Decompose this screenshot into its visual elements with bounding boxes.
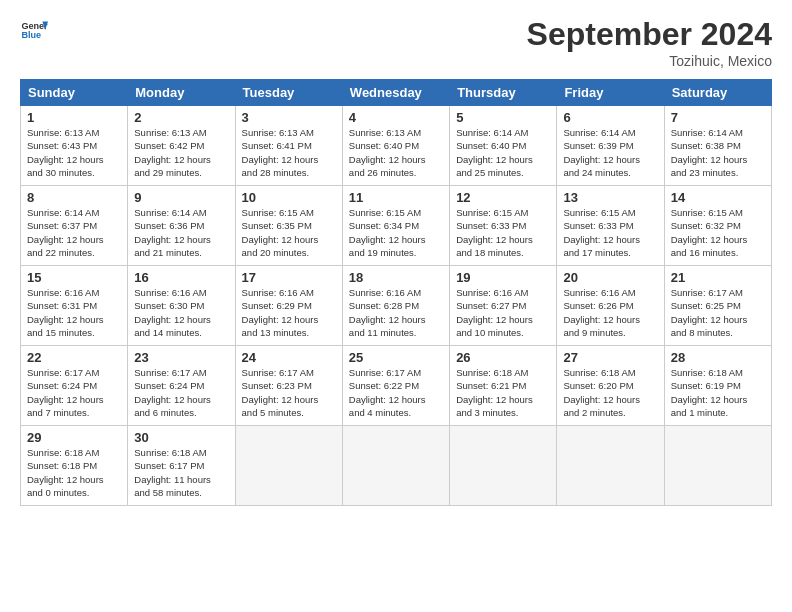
calendar-cell: 6Sunrise: 6:14 AM Sunset: 6:39 PM Daylig… xyxy=(557,106,664,186)
day-number: 2 xyxy=(134,110,228,125)
day-info: Sunrise: 6:14 AM Sunset: 6:37 PM Dayligh… xyxy=(27,206,121,259)
calendar-cell: 25Sunrise: 6:17 AM Sunset: 6:22 PM Dayli… xyxy=(342,346,449,426)
calendar-cell: 20Sunrise: 6:16 AM Sunset: 6:26 PM Dayli… xyxy=(557,266,664,346)
calendar-header: SundayMondayTuesdayWednesdayThursdayFrid… xyxy=(21,80,772,106)
day-info: Sunrise: 6:15 AM Sunset: 6:33 PM Dayligh… xyxy=(456,206,550,259)
column-header-tuesday: Tuesday xyxy=(235,80,342,106)
column-header-thursday: Thursday xyxy=(450,80,557,106)
calendar-cell: 8Sunrise: 6:14 AM Sunset: 6:37 PM Daylig… xyxy=(21,186,128,266)
calendar-cell xyxy=(557,426,664,506)
header-row: General Blue September 2024 Tozihuic, Me… xyxy=(20,16,772,69)
calendar-cell: 13Sunrise: 6:15 AM Sunset: 6:33 PM Dayli… xyxy=(557,186,664,266)
day-number: 23 xyxy=(134,350,228,365)
calendar-row-1: 8Sunrise: 6:14 AM Sunset: 6:37 PM Daylig… xyxy=(21,186,772,266)
day-number: 3 xyxy=(242,110,336,125)
day-info: Sunrise: 6:17 AM Sunset: 6:24 PM Dayligh… xyxy=(27,366,121,419)
calendar-cell: 17Sunrise: 6:16 AM Sunset: 6:29 PM Dayli… xyxy=(235,266,342,346)
day-number: 17 xyxy=(242,270,336,285)
calendar-table: SundayMondayTuesdayWednesdayThursdayFrid… xyxy=(20,79,772,506)
calendar-row-2: 15Sunrise: 6:16 AM Sunset: 6:31 PM Dayli… xyxy=(21,266,772,346)
calendar-cell: 2Sunrise: 6:13 AM Sunset: 6:42 PM Daylig… xyxy=(128,106,235,186)
month-title: September 2024 xyxy=(527,16,772,53)
calendar-cell: 1Sunrise: 6:13 AM Sunset: 6:43 PM Daylig… xyxy=(21,106,128,186)
day-info: Sunrise: 6:13 AM Sunset: 6:43 PM Dayligh… xyxy=(27,126,121,179)
column-header-friday: Friday xyxy=(557,80,664,106)
calendar-cell: 22Sunrise: 6:17 AM Sunset: 6:24 PM Dayli… xyxy=(21,346,128,426)
column-header-monday: Monday xyxy=(128,80,235,106)
day-info: Sunrise: 6:17 AM Sunset: 6:22 PM Dayligh… xyxy=(349,366,443,419)
day-info: Sunrise: 6:15 AM Sunset: 6:35 PM Dayligh… xyxy=(242,206,336,259)
day-number: 5 xyxy=(456,110,550,125)
day-number: 11 xyxy=(349,190,443,205)
calendar-row-4: 29Sunrise: 6:18 AM Sunset: 6:18 PM Dayli… xyxy=(21,426,772,506)
day-info: Sunrise: 6:17 AM Sunset: 6:25 PM Dayligh… xyxy=(671,286,765,339)
calendar-cell: 9Sunrise: 6:14 AM Sunset: 6:36 PM Daylig… xyxy=(128,186,235,266)
day-number: 24 xyxy=(242,350,336,365)
column-header-wednesday: Wednesday xyxy=(342,80,449,106)
day-number: 25 xyxy=(349,350,443,365)
calendar-cell: 21Sunrise: 6:17 AM Sunset: 6:25 PM Dayli… xyxy=(664,266,771,346)
calendar-cell xyxy=(664,426,771,506)
day-info: Sunrise: 6:16 AM Sunset: 6:30 PM Dayligh… xyxy=(134,286,228,339)
day-number: 28 xyxy=(671,350,765,365)
day-info: Sunrise: 6:16 AM Sunset: 6:31 PM Dayligh… xyxy=(27,286,121,339)
calendar-cell: 19Sunrise: 6:16 AM Sunset: 6:27 PM Dayli… xyxy=(450,266,557,346)
calendar-cell: 26Sunrise: 6:18 AM Sunset: 6:21 PM Dayli… xyxy=(450,346,557,426)
column-header-sunday: Sunday xyxy=(21,80,128,106)
day-info: Sunrise: 6:18 AM Sunset: 6:18 PM Dayligh… xyxy=(27,446,121,499)
day-info: Sunrise: 6:15 AM Sunset: 6:33 PM Dayligh… xyxy=(563,206,657,259)
day-info: Sunrise: 6:17 AM Sunset: 6:23 PM Dayligh… xyxy=(242,366,336,419)
calendar-cell: 29Sunrise: 6:18 AM Sunset: 6:18 PM Dayli… xyxy=(21,426,128,506)
day-number: 30 xyxy=(134,430,228,445)
day-number: 16 xyxy=(134,270,228,285)
calendar-cell: 10Sunrise: 6:15 AM Sunset: 6:35 PM Dayli… xyxy=(235,186,342,266)
day-number: 7 xyxy=(671,110,765,125)
day-info: Sunrise: 6:18 AM Sunset: 6:17 PM Dayligh… xyxy=(134,446,228,499)
day-number: 19 xyxy=(456,270,550,285)
calendar-cell: 7Sunrise: 6:14 AM Sunset: 6:38 PM Daylig… xyxy=(664,106,771,186)
day-number: 21 xyxy=(671,270,765,285)
day-info: Sunrise: 6:13 AM Sunset: 6:42 PM Dayligh… xyxy=(134,126,228,179)
calendar-cell: 30Sunrise: 6:18 AM Sunset: 6:17 PM Dayli… xyxy=(128,426,235,506)
day-number: 20 xyxy=(563,270,657,285)
calendar-body: 1Sunrise: 6:13 AM Sunset: 6:43 PM Daylig… xyxy=(21,106,772,506)
day-number: 10 xyxy=(242,190,336,205)
day-info: Sunrise: 6:16 AM Sunset: 6:28 PM Dayligh… xyxy=(349,286,443,339)
day-info: Sunrise: 6:13 AM Sunset: 6:41 PM Dayligh… xyxy=(242,126,336,179)
day-number: 6 xyxy=(563,110,657,125)
day-number: 12 xyxy=(456,190,550,205)
day-number: 27 xyxy=(563,350,657,365)
calendar-cell: 14Sunrise: 6:15 AM Sunset: 6:32 PM Dayli… xyxy=(664,186,771,266)
day-number: 9 xyxy=(134,190,228,205)
calendar-cell: 27Sunrise: 6:18 AM Sunset: 6:20 PM Dayli… xyxy=(557,346,664,426)
calendar-cell: 3Sunrise: 6:13 AM Sunset: 6:41 PM Daylig… xyxy=(235,106,342,186)
day-info: Sunrise: 6:15 AM Sunset: 6:34 PM Dayligh… xyxy=(349,206,443,259)
calendar-page: General Blue September 2024 Tozihuic, Me… xyxy=(0,0,792,612)
calendar-cell: 11Sunrise: 6:15 AM Sunset: 6:34 PM Dayli… xyxy=(342,186,449,266)
day-info: Sunrise: 6:16 AM Sunset: 6:27 PM Dayligh… xyxy=(456,286,550,339)
day-number: 29 xyxy=(27,430,121,445)
calendar-cell: 24Sunrise: 6:17 AM Sunset: 6:23 PM Dayli… xyxy=(235,346,342,426)
day-info: Sunrise: 6:14 AM Sunset: 6:36 PM Dayligh… xyxy=(134,206,228,259)
day-info: Sunrise: 6:14 AM Sunset: 6:38 PM Dayligh… xyxy=(671,126,765,179)
day-number: 26 xyxy=(456,350,550,365)
day-info: Sunrise: 6:18 AM Sunset: 6:20 PM Dayligh… xyxy=(563,366,657,419)
day-info: Sunrise: 6:16 AM Sunset: 6:26 PM Dayligh… xyxy=(563,286,657,339)
calendar-cell xyxy=(235,426,342,506)
day-number: 14 xyxy=(671,190,765,205)
day-info: Sunrise: 6:14 AM Sunset: 6:40 PM Dayligh… xyxy=(456,126,550,179)
calendar-cell: 16Sunrise: 6:16 AM Sunset: 6:30 PM Dayli… xyxy=(128,266,235,346)
day-info: Sunrise: 6:16 AM Sunset: 6:29 PM Dayligh… xyxy=(242,286,336,339)
day-info: Sunrise: 6:18 AM Sunset: 6:19 PM Dayligh… xyxy=(671,366,765,419)
logo-icon: General Blue xyxy=(20,16,48,44)
calendar-cell xyxy=(342,426,449,506)
calendar-row-3: 22Sunrise: 6:17 AM Sunset: 6:24 PM Dayli… xyxy=(21,346,772,426)
day-info: Sunrise: 6:15 AM Sunset: 6:32 PM Dayligh… xyxy=(671,206,765,259)
day-number: 1 xyxy=(27,110,121,125)
day-number: 8 xyxy=(27,190,121,205)
day-number: 4 xyxy=(349,110,443,125)
day-number: 15 xyxy=(27,270,121,285)
calendar-row-0: 1Sunrise: 6:13 AM Sunset: 6:43 PM Daylig… xyxy=(21,106,772,186)
location: Tozihuic, Mexico xyxy=(527,53,772,69)
calendar-cell xyxy=(450,426,557,506)
